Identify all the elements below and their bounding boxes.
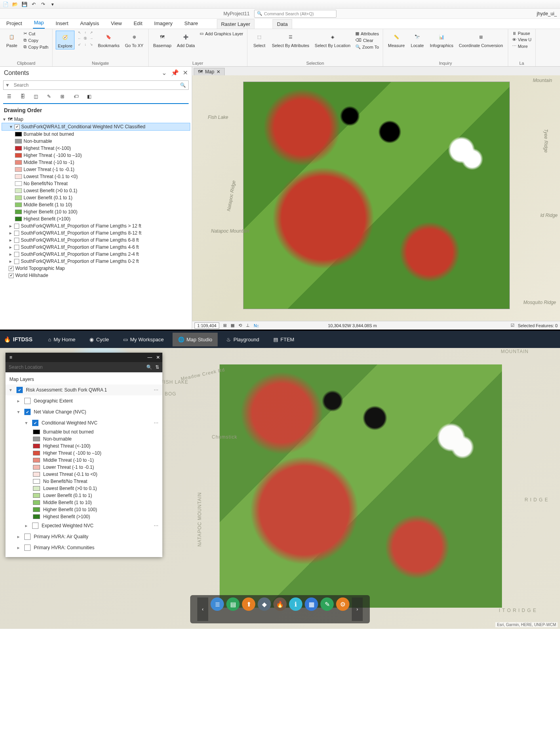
go-to-xy-button[interactable]: ⊕Go To XY — [124, 31, 145, 49]
toc-layer-row[interactable]: ▸SouthForkQWRA1.tif_Proportion of Flame … — [2, 237, 190, 244]
list-by-source-icon[interactable]: 🗄 — [20, 94, 28, 102]
legend-item[interactable]: Highest Threat (<-100) — [2, 145, 190, 152]
location-search-input[interactable] — [9, 364, 143, 370]
selected-features-icon[interactable]: ☑ — [511, 323, 515, 328]
hvra-air-row[interactable]: ▸ Primary HVRA: Air Quality — [5, 531, 162, 542]
zoom-to-button[interactable]: 🔍 Zoom To — [355, 44, 380, 50]
select-by-attr-button[interactable]: ☰Select By Attributes — [270, 31, 311, 49]
ribbon-tab-view[interactable]: View — [110, 19, 123, 29]
close-icon[interactable]: ✕ — [183, 69, 188, 76]
copy-button[interactable]: ⧉ Copy — [23, 37, 49, 43]
tool-dock-prev[interactable]: ‹ — [197, 597, 208, 621]
clear-button[interactable]: ⌫ Clear — [355, 37, 380, 43]
hvra-air-checkbox[interactable] — [24, 534, 31, 540]
chevron-right-icon[interactable]: ▸ — [9, 237, 13, 243]
list-by-selection-icon[interactable]: ◫ — [34, 94, 42, 102]
more-icon[interactable]: ⋯ — [154, 387, 158, 393]
toc-basemap-row[interactable]: World Topographic Map — [2, 265, 190, 272]
cwnvc-row[interactable]: ▾ Conditional Weighted NVC ⋯ — [5, 417, 162, 428]
toc-layer-row[interactable]: ▸SouthForkQWRA1.tif_Proportion of Flame … — [2, 222, 190, 229]
layer-checkbox[interactable] — [14, 224, 19, 229]
list-by-perspective-icon[interactable]: ◧ — [87, 94, 95, 102]
nav-my-home[interactable]: ⌂My Home — [43, 333, 81, 346]
chevron-right-icon[interactable]: ▸ — [9, 259, 13, 264]
tool-apps[interactable]: ▦ — [305, 597, 318, 611]
undo-icon[interactable]: ↶ — [31, 1, 37, 7]
basemap-checkbox[interactable] — [9, 266, 14, 271]
user-name[interactable]: jhyde_ui_ — [537, 11, 557, 16]
select-by-loc-button[interactable]: ◈Select By Location — [313, 31, 352, 49]
tool-layers[interactable]: ≣ — [211, 597, 224, 611]
toc-active-layer[interactable]: ▾SouthForkQWRA1.tif_Conditional Weighted… — [2, 123, 190, 131]
more-icon[interactable]: ⋯ — [154, 420, 158, 426]
list-by-snapping-icon[interactable]: ⊞ — [60, 94, 68, 102]
ribbon-tab-insert[interactable]: Insert — [55, 19, 69, 29]
legend-item[interactable]: Middle Benefit (1 to 10) — [2, 201, 190, 208]
ribbon-ctx-data[interactable]: Data — [273, 19, 292, 29]
search-icon[interactable]: 🔍 — [146, 364, 152, 370]
ribbon-ctx-raster-layer[interactable]: Raster Layer — [217, 19, 255, 29]
layer-checkbox[interactable] — [15, 124, 20, 129]
expected-row[interactable]: ▸ Expected Weighted NVC ⋯ — [5, 520, 162, 531]
chevron-down-icon[interactable]: ▾ — [17, 409, 21, 415]
cut-button[interactable]: ✂ Cut — [23, 31, 49, 36]
add-graphics-button[interactable]: ▭ Add Graphics Layer — [199, 31, 244, 36]
legend-item[interactable]: Lowest Threat (-0.1 to <0) — [2, 173, 190, 180]
chevron-right-icon[interactable]: ▸ — [9, 251, 13, 257]
snap-icon[interactable]: ⊞ — [223, 323, 227, 328]
open-project-icon[interactable]: 📂 — [12, 1, 18, 7]
nvc-row[interactable]: ▾ Net Value Change (NVC) — [5, 406, 162, 417]
legend-item[interactable]: Highest Benefit (>100) — [2, 215, 190, 222]
ribbon-tab-share[interactable]: Share — [184, 19, 199, 29]
ribbon-tab-map[interactable]: Map — [33, 18, 44, 29]
legend-item[interactable]: Lower Threat (-1 to -0.1) — [2, 166, 190, 173]
explore-button[interactable]: 🧭Explore — [56, 31, 74, 49]
pin-icon[interactable]: 📌 — [171, 69, 179, 76]
layer-checkbox[interactable] — [14, 252, 19, 257]
toc-basemap-row[interactable]: World Hillshade — [2, 272, 190, 279]
risk-layer-checkbox[interactable] — [16, 387, 23, 393]
attributes-button[interactable]: ▦ Attributes — [355, 31, 380, 36]
ribbon-tab-analysis[interactable]: Analysis — [79, 19, 100, 29]
corrections-icon[interactable]: N↕ — [254, 323, 259, 328]
chevron-right-icon[interactable]: ▸ — [17, 545, 21, 550]
coords-readout[interactable]: 10,304.92W 3,844.08S m — [328, 323, 377, 328]
iftdss-logo[interactable]: 🔥IFTDSS — [4, 336, 33, 342]
basemap-button[interactable]: 🗺Basemap — [152, 31, 173, 49]
redo-icon[interactable]: ↷ — [40, 1, 46, 7]
nav-cycle[interactable]: ◉Cycle — [84, 333, 115, 346]
layer-checkbox[interactable] — [14, 238, 19, 243]
geo-extent-checkbox[interactable] — [24, 398, 31, 404]
chevron-right-icon[interactable]: ▸ — [17, 534, 21, 539]
chevron-down-icon[interactable]: ▾ — [25, 420, 29, 426]
grid-icon[interactable]: ▦ — [231, 323, 235, 328]
close-icon[interactable]: ✕ — [156, 355, 160, 360]
legend-item[interactable]: Higher Threat ( -100 to –10) — [2, 152, 190, 159]
qat-dropdown-icon[interactable]: ▾ — [49, 1, 56, 7]
select-button[interactable]: ⬚Select — [251, 31, 268, 49]
filter-icon[interactable]: ▼ — [4, 82, 11, 88]
more-icon[interactable]: ⋯ — [154, 523, 158, 528]
minimize-icon[interactable]: — — [147, 355, 152, 360]
legend-item[interactable]: Middle Threat (-10 to -1) — [2, 159, 190, 166]
layer-checkbox[interactable] — [14, 231, 19, 236]
measure-button[interactable]: 📏Measure — [386, 31, 406, 49]
tool-info[interactable]: ℹ — [289, 597, 302, 611]
tool-fire[interactable]: 🔥 — [273, 597, 287, 611]
legend-item[interactable]: Higher Benefit (10 to 100) — [2, 208, 190, 215]
legend-item[interactable]: Burnable but not burned — [2, 131, 190, 138]
view-unplaced-button[interactable]: 👁 View U — [511, 37, 533, 42]
basemap-checkbox[interactable] — [9, 273, 14, 278]
chevron-right-icon[interactable]: ▸ — [17, 398, 21, 404]
tool-identify[interactable]: ◆ — [258, 597, 271, 611]
bookmarks-button[interactable]: 🔖Bookmarks — [96, 31, 121, 49]
nav-workspace[interactable]: ▭My Workspace — [118, 333, 169, 346]
panel-header[interactable]: ≡ — ✕ — [5, 353, 162, 362]
dynamic-icon[interactable]: ⟲ — [238, 323, 242, 328]
map-tab-close-icon[interactable]: ✕ — [216, 69, 220, 75]
locate-button[interactable]: 🔭Locate — [409, 31, 426, 49]
ribbon-tab-imagery[interactable]: Imagery — [153, 19, 173, 29]
chevron-right-icon[interactable]: ▸ — [9, 244, 13, 250]
new-project-icon[interactable]: 📄 — [2, 1, 9, 7]
toc-layer-row[interactable]: ▸SouthForkQWRA1.tif_Proportion of Flame … — [2, 229, 190, 237]
